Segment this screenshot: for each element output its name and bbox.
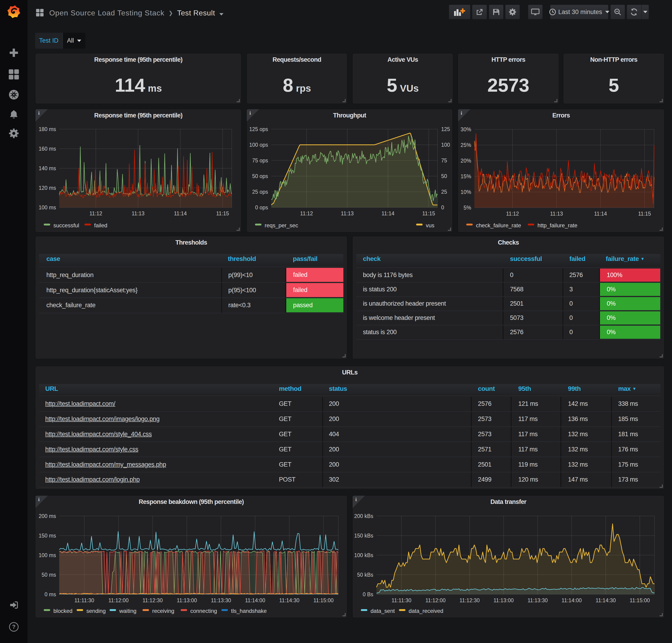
svg-text:150 kBs: 150 kBs	[354, 533, 373, 539]
svg-text:successful: successful	[53, 222, 79, 229]
svg-text:connecting: connecting	[190, 608, 217, 614]
svg-text:11:12: 11:12	[300, 210, 313, 217]
svg-text:200 ms: 200 ms	[39, 513, 56, 519]
svg-text:11:12:30: 11:12:30	[142, 597, 163, 603]
svg-text:11:13:30: 11:13:30	[527, 597, 548, 603]
svg-text:data_received: data_received	[409, 608, 444, 614]
svg-text:11:14:30: 11:14:30	[279, 597, 299, 603]
svg-text:11:15:00: 11:15:00	[313, 597, 334, 603]
svg-text:sending: sending	[86, 608, 105, 614]
svg-text:11:11:30: 11:11:30	[391, 597, 411, 603]
svg-text:11:15: 11:15	[216, 210, 229, 217]
svg-text:11:15: 11:15	[638, 211, 651, 217]
svg-text:140 ms: 140 ms	[39, 165, 56, 171]
svg-text:50: 50	[441, 173, 447, 179]
svg-text:11:11:30: 11:11:30	[74, 597, 94, 603]
svg-text:20%: 20%	[461, 158, 471, 164]
svg-text:30%: 30%	[461, 126, 471, 132]
svg-text:125 ops: 125 ops	[249, 126, 268, 132]
svg-text:11:13: 11:13	[341, 210, 354, 217]
svg-text:11:13:30: 11:13:30	[211, 597, 231, 603]
svg-text:100 ops: 100 ops	[249, 142, 268, 148]
svg-text:http_failure_rate: http_failure_rate	[537, 222, 577, 229]
svg-text:125: 125	[441, 126, 450, 132]
svg-text:11:12:30: 11:12:30	[459, 597, 480, 603]
svg-text:11:15: 11:15	[422, 210, 435, 217]
svg-text:150 ms: 150 ms	[39, 533, 56, 539]
svg-text:0 ops: 0 ops	[255, 205, 268, 210]
svg-text:waiting: waiting	[119, 608, 136, 614]
svg-text:15%: 15%	[461, 173, 471, 179]
svg-text:failed: failed	[94, 222, 107, 229]
svg-text:11:12: 11:12	[89, 210, 102, 217]
svg-text:11:14:30: 11:14:30	[596, 597, 616, 603]
svg-text:100 ms: 100 ms	[39, 205, 56, 210]
svg-text:75: 75	[441, 158, 447, 163]
svg-text:10%: 10%	[461, 189, 471, 195]
svg-text:11:15:00: 11:15:00	[630, 597, 650, 603]
svg-text:0 Bs: 0 Bs	[363, 591, 373, 597]
svg-text:reqs_per_sec: reqs_per_sec	[265, 222, 298, 229]
svg-text:check_failure_rate: check_failure_rate	[476, 222, 521, 229]
svg-text:receiving: receiving	[152, 608, 174, 614]
svg-text:vus: vus	[426, 222, 434, 229]
svg-text:0 ms: 0 ms	[45, 591, 56, 597]
svg-text:11:13:00: 11:13:00	[494, 597, 514, 603]
svg-text:11:14:00: 11:14:00	[245, 597, 265, 603]
svg-text:11:12:00: 11:12:00	[108, 597, 129, 603]
svg-text:11:13: 11:13	[132, 210, 145, 217]
svg-text:100 ms: 100 ms	[39, 552, 56, 558]
svg-text:180 ms: 180 ms	[39, 126, 56, 132]
svg-text:0: 0	[441, 205, 444, 210]
svg-text:200 kBs: 200 kBs	[354, 513, 373, 519]
svg-text:?: ?	[12, 624, 16, 630]
svg-text:tls_handshake: tls_handshake	[231, 608, 267, 614]
svg-text:120 ms: 120 ms	[39, 185, 56, 191]
svg-text:11:12:00: 11:12:00	[425, 597, 446, 603]
svg-text:11:14: 11:14	[174, 210, 187, 217]
svg-text:160 ms: 160 ms	[39, 146, 56, 152]
svg-text:25: 25	[441, 189, 447, 195]
svg-text:blocked: blocked	[53, 608, 73, 614]
svg-text:11:14: 11:14	[382, 210, 395, 217]
svg-text:50 ms: 50 ms	[42, 572, 56, 578]
svg-text:11:14: 11:14	[594, 211, 607, 217]
svg-text:11:13: 11:13	[550, 211, 563, 217]
svg-text:100 kBs: 100 kBs	[354, 552, 373, 558]
svg-text:75 ops: 75 ops	[252, 158, 268, 163]
svg-text:100: 100	[441, 142, 450, 148]
svg-text:11:12: 11:12	[506, 211, 519, 217]
svg-text:11:14:00: 11:14:00	[561, 597, 582, 603]
svg-text:50 kBs: 50 kBs	[357, 572, 373, 578]
svg-text:5%: 5%	[463, 205, 471, 211]
svg-text:11:13:00: 11:13:00	[177, 597, 197, 603]
svg-text:25%: 25%	[461, 142, 471, 148]
svg-text:25 ops: 25 ops	[252, 189, 268, 195]
svg-text:data_sent: data_sent	[371, 608, 395, 614]
svg-text:50 ops: 50 ops	[252, 173, 268, 179]
